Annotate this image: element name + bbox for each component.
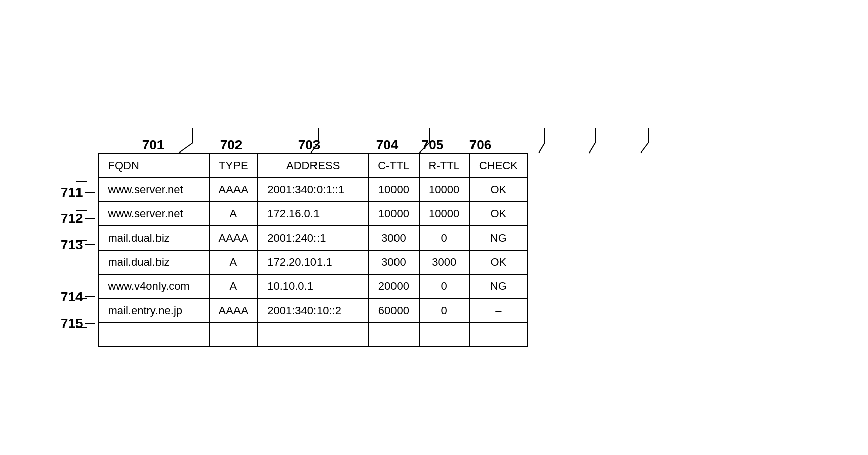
cell-rttl-3: 3000 — [419, 250, 469, 274]
cell-address-0: 2001:340:0:1::1 — [258, 178, 368, 202]
diagram-container: 701 702 703 704 705 706 711 — [37, 113, 832, 362]
cell-cttl-5: 60000 — [368, 298, 419, 323]
row-label-713: 713 — [37, 232, 98, 258]
header-cttl: C-TTL — [368, 154, 419, 178]
row-label-715: 715 — [37, 310, 98, 336]
cell-check-0: OK — [469, 178, 527, 202]
cell-type-1: A — [209, 202, 258, 226]
col-num-705: 705 — [410, 137, 455, 153]
cell-rttl-2: 0 — [419, 226, 469, 250]
cell-address-5: 2001:340:10::2 — [258, 298, 368, 323]
cell-cttl-4: 20000 — [368, 274, 419, 298]
table-row: mail.dual.biz AAAA 2001:240::1 3000 0 NG — [99, 226, 527, 250]
col-num-706: 706 — [455, 137, 506, 153]
cell-cttl-2: 3000 — [368, 226, 419, 250]
row-label-empty — [37, 258, 98, 284]
cell-type-2: AAAA — [209, 226, 258, 250]
cell-type-0: AAAA — [209, 178, 258, 202]
row-labels-column: 711 712 713 714 71 — [37, 153, 98, 362]
cell-address-2: 2001:240::1 — [258, 226, 368, 250]
cell-fqdn-0: www.server.net — [99, 178, 209, 202]
cell-cttl-3: 3000 — [368, 250, 419, 274]
table-row: mail.dual.biz A 172.20.101.1 3000 3000 O… — [99, 250, 527, 274]
cell-rttl-4: 0 — [419, 274, 469, 298]
cell-address-1: 172.16.0.1 — [258, 202, 368, 226]
cell-fqdn-4: www.v4only.com — [99, 274, 209, 298]
table-row-empty — [99, 323, 527, 347]
header-rttl: R-TTL — [419, 154, 469, 178]
cell-fqdn-6 — [99, 323, 209, 347]
cell-check-4: NG — [469, 274, 527, 298]
header-row: FQDN TYPE ADDRESS C-TTL R-TTL CHECK — [99, 154, 527, 178]
cell-fqdn-5: mail.entry.ne.jp — [99, 298, 209, 323]
header-type: TYPE — [209, 154, 258, 178]
cell-type-3: A — [209, 250, 258, 274]
header-check: CHECK — [469, 154, 527, 178]
cell-fqdn-3: mail.dual.biz — [99, 250, 209, 274]
cell-cttl-1: 10000 — [368, 202, 419, 226]
col-num-703: 703 — [254, 137, 365, 153]
cell-fqdn-2: mail.dual.biz — [99, 226, 209, 250]
table-row: mail.entry.ne.jp AAAA 2001:340:10::2 600… — [99, 298, 527, 323]
header-fqdn: FQDN — [99, 154, 209, 178]
cell-check-1: OK — [469, 202, 527, 226]
cell-rttl-0: 10000 — [419, 178, 469, 202]
row-label-712: 712 — [37, 205, 98, 232]
cell-address-3: 172.20.101.1 — [258, 250, 368, 274]
cell-rttl-1: 10000 — [419, 202, 469, 226]
cell-rttl-6 — [419, 323, 469, 347]
cell-type-6 — [209, 323, 258, 347]
cell-rttl-5: 0 — [419, 298, 469, 323]
col-num-701: 701 — [98, 137, 209, 153]
row-label-714: 714 — [37, 284, 98, 310]
table-row: www.server.net AAAA 2001:340:0:1::1 1000… — [99, 178, 527, 202]
header-address: ADDRESS — [258, 154, 368, 178]
table-row: www.v4only.com A 10.10.0.1 20000 0 NG — [99, 274, 527, 298]
cell-check-6 — [469, 323, 527, 347]
col-num-704: 704 — [365, 137, 410, 153]
cell-cttl-0: 10000 — [368, 178, 419, 202]
cell-type-5: AAAA — [209, 298, 258, 323]
cell-cttl-6 — [368, 323, 419, 347]
main-table: FQDN TYPE ADDRESS C-TTL R-TTL CHECK www.… — [98, 153, 528, 347]
cell-check-5: – — [469, 298, 527, 323]
cell-type-4: A — [209, 274, 258, 298]
cell-check-3: OK — [469, 250, 527, 274]
cell-address-4: 10.10.0.1 — [258, 274, 368, 298]
cell-fqdn-1: www.server.net — [99, 202, 209, 226]
cell-address-6 — [258, 323, 368, 347]
col-num-702: 702 — [209, 137, 254, 153]
row-label-711: 711 — [37, 179, 98, 205]
table-row: www.server.net A 172.16.0.1 10000 10000 … — [99, 202, 527, 226]
cell-check-2: NG — [469, 226, 527, 250]
